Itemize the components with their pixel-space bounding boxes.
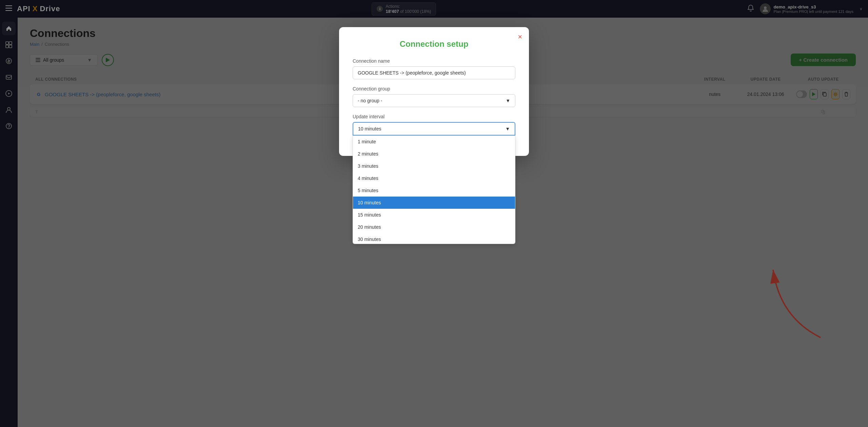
update-interval-form-group: Update interval 10 minutes ▼ 1 minute2 m…	[353, 114, 515, 136]
interval-dropdown-trigger[interactable]: 10 minutes ▼	[353, 122, 515, 136]
connection-group-select[interactable]: - no group - ▼	[353, 94, 515, 107]
connection-name-group: Connection name	[353, 58, 515, 79]
connection-group-form-group: Connection group - no group - ▼	[353, 86, 515, 107]
connection-name-label: Connection name	[353, 58, 515, 64]
modal-close-button[interactable]: ×	[518, 33, 522, 41]
modal-title: Connection setup	[353, 39, 515, 49]
interval-chevron-icon: ▼	[505, 126, 510, 131]
connection-group-select-wrapper: - no group - ▼	[353, 94, 515, 107]
connection-group-label: Connection group	[353, 86, 515, 92]
dropdown-item-8[interactable]: 30 minutes	[353, 233, 515, 244]
interval-selected-value: 10 minutes	[358, 126, 381, 131]
update-interval-label: Update interval	[353, 114, 515, 119]
dropdown-item-3[interactable]: 4 minutes	[353, 172, 515, 184]
group-chevron-icon: ▼	[506, 98, 510, 103]
dropdown-item-6[interactable]: 15 minutes	[353, 209, 515, 221]
connection-setup-modal: × Connection setup Connection name Conne…	[339, 27, 529, 156]
dropdown-item-2[interactable]: 3 minutes	[353, 160, 515, 172]
dropdown-item-4[interactable]: 5 minutes	[353, 184, 515, 197]
dropdown-item-0[interactable]: 1 minute	[353, 136, 515, 148]
dropdown-item-1[interactable]: 2 minutes	[353, 148, 515, 160]
dropdown-item-7[interactable]: 20 minutes	[353, 221, 515, 233]
connection-name-input[interactable]	[353, 66, 515, 79]
dropdown-item-5[interactable]: 10 minutes	[353, 197, 515, 209]
interval-dropdown-list: 1 minute2 minutes3 minutes4 minutes5 min…	[353, 136, 515, 244]
modal-overlay: × Connection setup Connection name Conne…	[0, 0, 868, 427]
group-select-value: - no group -	[358, 98, 382, 103]
interval-dropdown-container: 10 minutes ▼ 1 minute2 minutes3 minutes4…	[353, 122, 515, 136]
